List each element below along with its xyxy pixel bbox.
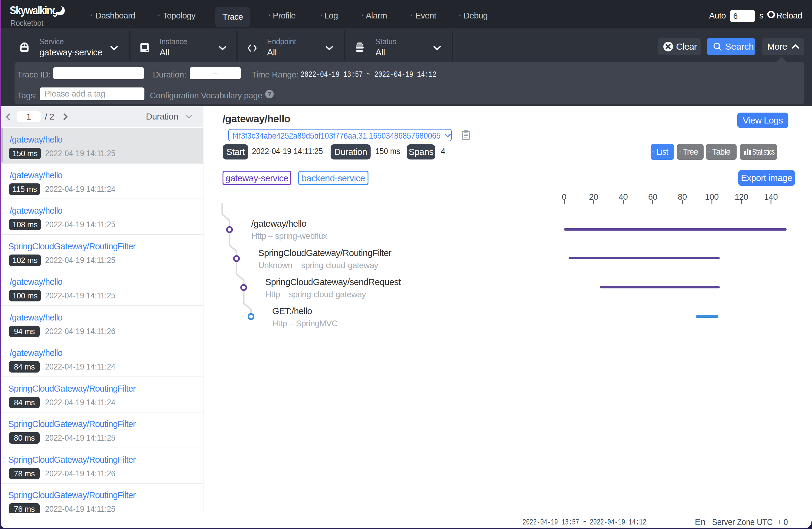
svg-text:?: ? <box>267 91 271 98</box>
